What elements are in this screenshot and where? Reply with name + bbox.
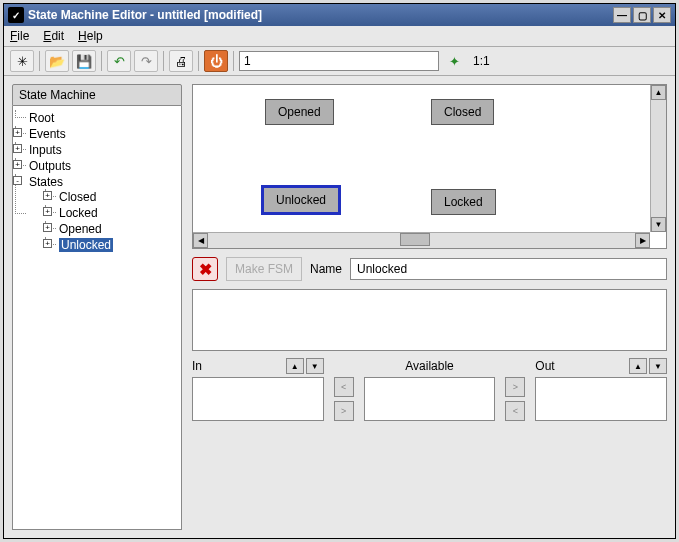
- redo-icon[interactable]: ↷: [134, 50, 158, 72]
- bottom-row: In ▲ ▼ < > Available >: [192, 357, 667, 421]
- app-icon: [8, 7, 24, 23]
- expand-icon[interactable]: +: [13, 128, 22, 137]
- collapse-icon[interactable]: -: [13, 176, 22, 185]
- state-unlocked[interactable]: Unlocked: [261, 185, 341, 215]
- tree-states[interactable]: -States +Closed +Locked +Opened +Unlocke…: [15, 174, 179, 254]
- tree-state-unlocked[interactable]: +Unlocked: [45, 237, 179, 253]
- available-list[interactable]: [364, 377, 496, 421]
- out-label: Out: [535, 359, 627, 373]
- in-label: In: [192, 359, 284, 373]
- move-right-button[interactable]: >: [505, 377, 525, 397]
- tree-state-locked[interactable]: +Locked: [45, 205, 179, 221]
- expand-icon[interactable]: +: [43, 207, 52, 216]
- name-row: ✖ Make FSM Name: [192, 255, 667, 283]
- save-icon[interactable]: 💾: [72, 50, 96, 72]
- in-down-button[interactable]: ▼: [306, 358, 324, 374]
- name-label: Name: [310, 262, 342, 276]
- right-panel: Opened Closed Unlocked Locked ▲ ▼ ◀ ▶ ✖ …: [192, 84, 667, 530]
- maximize-button[interactable]: ▢: [633, 7, 651, 23]
- toolbar: ✳ 📂 💾 ↶ ↷ 🖨 ⏻ ✦ 1:1: [4, 47, 675, 76]
- name-input[interactable]: [350, 258, 667, 280]
- in-transfer-buttons: < >: [334, 357, 354, 421]
- state-opened[interactable]: Opened: [265, 99, 334, 125]
- out-column: Out ▲ ▼: [535, 357, 667, 421]
- scroll-track[interactable]: [208, 233, 635, 248]
- menu-help[interactable]: Help: [78, 29, 103, 43]
- out-down-button[interactable]: ▼: [649, 358, 667, 374]
- available-column: Available: [364, 357, 496, 421]
- tree-outputs[interactable]: +Outputs: [15, 158, 179, 174]
- move-left-button[interactable]: <: [334, 377, 354, 397]
- window-title: State Machine Editor - untitled [modifie…: [28, 8, 262, 22]
- out-up-button[interactable]: ▲: [629, 358, 647, 374]
- tree-state-closed[interactable]: +Closed: [45, 189, 179, 205]
- in-up-button[interactable]: ▲: [286, 358, 304, 374]
- in-list[interactable]: [192, 377, 324, 421]
- out-list[interactable]: [535, 377, 667, 421]
- canvas[interactable]: Opened Closed Unlocked Locked: [193, 85, 650, 232]
- close-button[interactable]: ✕: [653, 7, 671, 23]
- move-left-button[interactable]: <: [505, 401, 525, 421]
- undo-icon[interactable]: ↶: [107, 50, 131, 72]
- out-transfer-buttons: > <: [505, 357, 525, 421]
- minimize-button[interactable]: —: [613, 7, 631, 23]
- tree-header: State Machine: [12, 84, 182, 106]
- expand-icon[interactable]: +: [43, 191, 52, 200]
- tree[interactable]: Root +Events +Inputs +Outputs -States +C…: [12, 106, 182, 530]
- state-locked[interactable]: Locked: [431, 189, 496, 215]
- canvas-area: Opened Closed Unlocked Locked ▲ ▼ ◀ ▶: [192, 84, 667, 249]
- vscrollbar[interactable]: ▲ ▼: [650, 85, 666, 232]
- tree-root[interactable]: Root: [15, 110, 179, 126]
- move-right-button[interactable]: >: [334, 401, 354, 421]
- delete-button[interactable]: ✖: [192, 257, 218, 281]
- new-icon[interactable]: ✳: [10, 50, 34, 72]
- power-icon[interactable]: ⏻: [204, 50, 228, 72]
- main-area: State Machine Root +Events +Inputs +Outp…: [4, 76, 675, 538]
- expand-icon[interactable]: +: [43, 239, 52, 248]
- expand-icon[interactable]: +: [13, 160, 22, 169]
- print-icon[interactable]: 🖨: [169, 50, 193, 72]
- in-column: In ▲ ▼: [192, 357, 324, 421]
- scroll-thumb[interactable]: [400, 233, 430, 246]
- state-closed[interactable]: Closed: [431, 99, 494, 125]
- tree-state-opened[interactable]: +Opened: [45, 221, 179, 237]
- scroll-left-icon[interactable]: ◀: [193, 233, 208, 248]
- make-fsm-button[interactable]: Make FSM: [226, 257, 302, 281]
- zoom-ratio: 1:1: [473, 54, 490, 68]
- expand-icon[interactable]: +: [43, 223, 52, 232]
- available-label: Available: [364, 359, 496, 373]
- hscrollbar[interactable]: ◀ ▶: [193, 232, 650, 248]
- menu-edit[interactable]: Edit: [43, 29, 64, 43]
- description-box[interactable]: [192, 289, 667, 351]
- app-window: State Machine Editor - untitled [modifie…: [3, 3, 676, 539]
- tree-inputs[interactable]: +Inputs: [15, 142, 179, 158]
- expand-icon[interactable]: +: [13, 144, 22, 153]
- tree-events[interactable]: +Events: [15, 126, 179, 142]
- tree-panel: State Machine Root +Events +Inputs +Outp…: [12, 84, 182, 530]
- titlebar: State Machine Editor - untitled [modifie…: [4, 4, 675, 26]
- scroll-right-icon[interactable]: ▶: [635, 233, 650, 248]
- open-icon[interactable]: 📂: [45, 50, 69, 72]
- scroll-up-icon[interactable]: ▲: [651, 85, 666, 100]
- menubar: File Edit Help: [4, 26, 675, 47]
- fit-icon[interactable]: ✦: [442, 50, 466, 72]
- zoom-input[interactable]: [239, 51, 439, 71]
- menu-file[interactable]: File: [10, 29, 29, 43]
- scroll-down-icon[interactable]: ▼: [651, 217, 666, 232]
